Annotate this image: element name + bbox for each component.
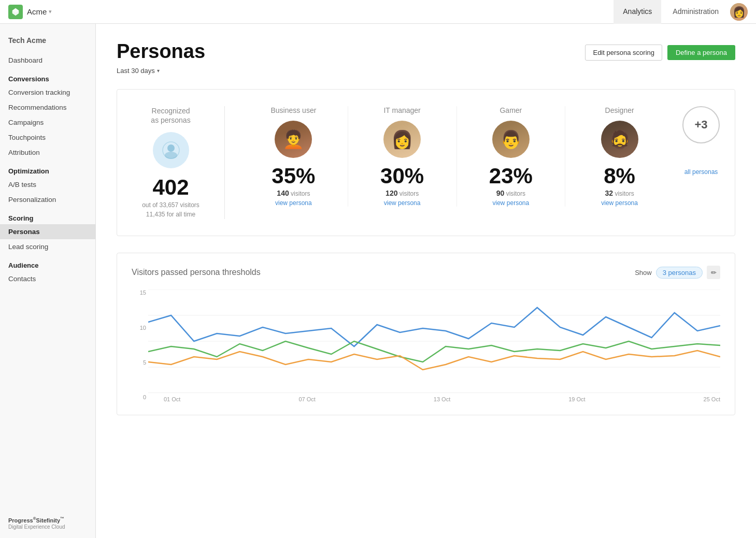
persona-card-designer: Designer 🧔 8% 32 visitors view persona	[565, 106, 674, 207]
chart-section: Visitors passed persona thresholds Show …	[117, 253, 735, 415]
nav-left: Acme ▾	[8, 5, 52, 19]
sidebar-footer: Progress®Sitefinity™ Digital Experience …	[8, 516, 87, 530]
sidebar-section-conversions: Conversions	[0, 68, 95, 85]
x-label-oct25: 25 Oct	[704, 396, 720, 402]
y-label-0: 0	[132, 394, 146, 400]
app-logo	[8, 5, 23, 19]
personas-section: Recognizedas personas 402 out of 33,657 …	[117, 89, 735, 236]
persona-visitors-3: 32 visitors	[574, 189, 665, 197]
chart-area	[148, 289, 720, 393]
persona-avatar-0: 🧑‍🦱	[275, 121, 312, 158]
persona-card-gamer: Gamer 👨 23% 90 visitors view persona	[457, 106, 566, 207]
persona-name-0: Business user	[248, 106, 339, 114]
persona-percent-1: 30%	[356, 165, 448, 187]
sidebar-item-campaigns[interactable]: Campaigns	[0, 115, 95, 130]
sidebar-item-touchpoints[interactable]: Touchpoints	[0, 130, 95, 145]
chart-title: Visitors passed persona thresholds	[132, 268, 261, 277]
sidebar-section-scoring: Scoring	[0, 207, 95, 224]
chart-svg	[148, 289, 720, 393]
brand-name[interactable]: Acme ▾	[27, 7, 52, 16]
x-label-oct01: 01 Oct	[164, 396, 180, 402]
date-filter-chevron: ▾	[157, 68, 160, 74]
persona-percent-2: 23%	[465, 165, 557, 187]
x-label-oct07: 07 Oct	[298, 396, 315, 402]
page-header: Personas Edit persona scoring Define a p…	[117, 40, 735, 63]
tab-administration[interactable]: Administration	[663, 0, 728, 24]
persona-view-link-1[interactable]: view persona	[356, 199, 448, 207]
persona-name-2: Gamer	[465, 106, 557, 114]
chart-line-blue	[148, 308, 720, 346]
recognized-count: 402	[132, 177, 210, 198]
sidebar-section-audience: Audience	[0, 254, 95, 271]
chart-y-axis: 15 10 5 0	[132, 289, 146, 402]
svg-point-0	[167, 144, 175, 152]
sidebar-item-personalization[interactable]: Personalization	[0, 192, 95, 207]
recognized-sub2: 11,435 for all time	[132, 210, 210, 219]
persona-view-link-3[interactable]: view persona	[574, 199, 665, 207]
chart-show-label: Show	[635, 269, 652, 277]
page-title: Personas	[117, 40, 205, 63]
sidebar-item-dashboard[interactable]: Dashboard	[0, 53, 95, 68]
persona-visitors-2: 90 visitors	[465, 189, 557, 197]
persona-visitors-1: 120 visitors	[356, 189, 448, 197]
progress-logo: Progress®Sitefinity™ Digital Experience …	[8, 516, 87, 530]
sidebar-org-name: Tech Acme	[0, 36, 95, 53]
chart-header: Visitors passed persona thresholds Show …	[132, 266, 720, 279]
persona-name-3: Designer	[574, 106, 665, 114]
progress-logo-name: Progress®Sitefinity™	[8, 516, 87, 524]
define-persona-button[interactable]: Define a persona	[667, 45, 735, 60]
recognized-sub1: out of 33,657 visitors	[132, 200, 210, 210]
personas-list: Business user 🧑‍🦱 35% 140 visitors view …	[239, 106, 674, 207]
nav-right: Analytics Administration 👩	[614, 0, 748, 24]
persona-percent-0: 35%	[248, 165, 339, 187]
all-personas-link[interactable]: all personas	[684, 168, 718, 176]
x-label-oct19: 19 Oct	[568, 396, 585, 402]
sidebar-item-recommendations[interactable]: Recommendations	[0, 100, 95, 115]
persona-avatar-1: 👩	[383, 121, 421, 158]
page-header-actions: Edit persona scoring Define a persona	[585, 45, 735, 61]
more-personas: +3 all personas	[674, 106, 720, 176]
persona-avatar-2: 👨	[492, 121, 530, 158]
user-avatar[interactable]: 👩	[730, 3, 748, 21]
chart-controls: Show 3 personas ✏	[635, 266, 720, 279]
recognized-label: Recognizedas personas	[132, 106, 210, 125]
recognized-personas: Recognizedas personas 402 out of 33,657 …	[132, 106, 225, 219]
svg-point-1	[165, 152, 177, 159]
sidebar-item-personas[interactable]: Personas	[0, 224, 95, 239]
date-filter[interactable]: Last 30 days ▾	[117, 67, 735, 75]
persona-card-business-user: Business user 🧑‍🦱 35% 140 visitors view …	[239, 106, 348, 207]
persona-percent-3: 8%	[574, 165, 665, 187]
main-content: Personas Edit persona scoring Define a p…	[96, 24, 756, 538]
persona-card-it-manager: IT manager 👩 30% 120 visitors view perso…	[348, 106, 457, 207]
persona-avatar-3: 🧔	[601, 121, 638, 158]
sidebar-item-attribution[interactable]: Attribution	[0, 145, 95, 160]
tab-analytics[interactable]: Analytics	[614, 0, 661, 24]
more-personas-count: +3	[682, 106, 720, 143]
chart-x-axis: 01 Oct 07 Oct 13 Oct 19 Oct 25 Oct	[148, 393, 720, 402]
y-label-5: 5	[132, 359, 146, 366]
sidebar: Tech Acme Dashboard Conversions Conversi…	[0, 24, 96, 538]
sidebar-section-optimization: Optimization	[0, 160, 95, 177]
sidebar-item-conversion-tracking[interactable]: Conversion tracking	[0, 85, 95, 100]
persona-name-1: IT manager	[356, 106, 448, 114]
persona-view-link-2[interactable]: view persona	[465, 199, 557, 207]
x-label-oct13: 13 Oct	[434, 396, 450, 402]
y-label-10: 10	[132, 325, 146, 331]
page-layout: Tech Acme Dashboard Conversions Conversi…	[0, 24, 756, 538]
chart-wrapper: 15 10 5 0	[132, 289, 720, 402]
y-label-15: 15	[132, 289, 146, 296]
progress-logo-tagline: Digital Experience Cloud	[8, 524, 87, 530]
sidebar-item-contacts[interactable]: Contacts	[0, 271, 95, 286]
sidebar-item-ab-tests[interactable]: A/B tests	[0, 177, 95, 192]
persona-visitors-0: 140 visitors	[248, 189, 339, 197]
top-nav: Acme ▾ Analytics Administration 👩	[0, 0, 756, 24]
sidebar-item-lead-scoring[interactable]: Lead scoring	[0, 239, 95, 254]
avatar-image: 👩	[730, 3, 748, 21]
persona-view-link-0[interactable]: view persona	[248, 199, 339, 207]
chart-personas-badge[interactable]: 3 personas	[656, 267, 703, 279]
chart-edit-button[interactable]: ✏	[707, 266, 720, 279]
recognized-icon	[153, 132, 189, 168]
chart-line-green	[148, 341, 720, 362]
edit-persona-scoring-button[interactable]: Edit persona scoring	[585, 45, 662, 61]
